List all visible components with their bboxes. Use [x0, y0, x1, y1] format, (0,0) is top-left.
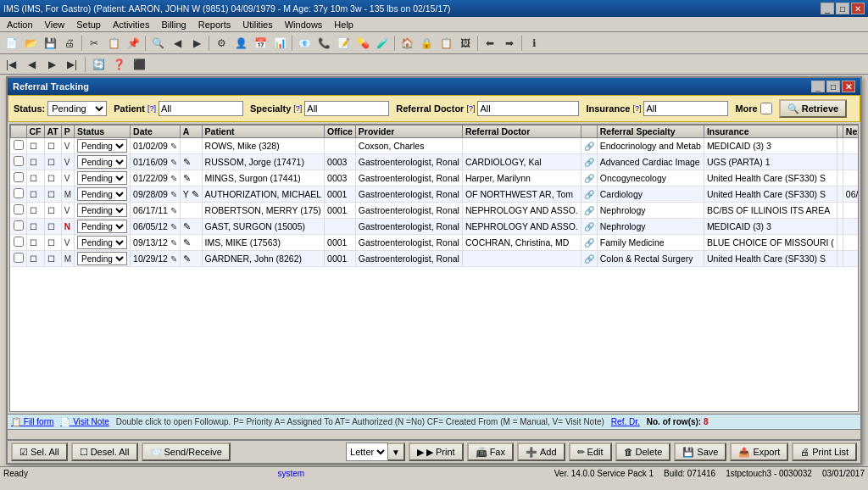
col-a[interactable]: A [180, 125, 202, 138]
cf-icon[interactable]: ☐ [30, 254, 37, 264]
tb-lock[interactable]: 🔒 [417, 34, 436, 53]
tb-note[interactable]: 📝 [334, 34, 353, 53]
print-list-button[interactable]: 🖨 Print List [792, 443, 857, 461]
menu-utilities[interactable]: Utilities [237, 19, 277, 31]
date-icon[interactable]: ✎ [170, 142, 177, 151]
nav-refresh[interactable]: 🔄 [89, 55, 108, 74]
maximize-btn[interactable]: □ [836, 3, 849, 14]
menu-reports[interactable]: Reports [193, 19, 236, 31]
at-icon[interactable]: ☐ [47, 222, 55, 231]
cell-patient[interactable]: ROBERTSON, MERRY (175) [202, 203, 324, 219]
date-icon[interactable]: ✎ [170, 254, 177, 264]
referral-doctor-input[interactable] [477, 101, 579, 116]
tb-mail[interactable]: 📧 [295, 34, 314, 53]
send-receive-button[interactable]: 📨 Send/Receive [142, 443, 231, 461]
edit-button[interactable]: ✏ Edit [569, 443, 612, 461]
cell-patient[interactable]: GARDNER, John (8262) [202, 251, 324, 267]
insurance-input[interactable] [643, 101, 728, 116]
minimize-btn[interactable]: _ [821, 3, 834, 14]
retrieve-button[interactable]: 🔍 Retrieve [779, 99, 847, 118]
nav-first[interactable]: |◀ [2, 55, 20, 74]
date-icon[interactable]: ✎ [170, 222, 177, 231]
tb-next[interactable]: ➡ [500, 34, 519, 53]
row-checkbox[interactable] [14, 220, 24, 231]
cf-icon[interactable]: ☐ [30, 142, 37, 151]
save-button[interactable]: 💾 Save [674, 443, 726, 461]
referral-doctor-help[interactable]: [?] [466, 104, 475, 113]
tb-copy[interactable]: 📋 [104, 34, 123, 53]
date-icon[interactable]: ✎ [170, 206, 177, 215]
tb-chart[interactable]: 📊 [270, 34, 289, 53]
close-btn[interactable]: ✕ [851, 3, 865, 14]
menu-help[interactable]: Help [329, 19, 359, 31]
col-patient[interactable]: Patient [202, 125, 324, 138]
row-checkbox[interactable] [14, 172, 24, 182]
sel-all-button[interactable]: ☑ Sel. All [11, 443, 68, 461]
tb-user[interactable]: 👤 [231, 34, 250, 53]
row-checkbox[interactable] [14, 140, 24, 150]
date-icon[interactable]: ✎ [170, 190, 177, 199]
col-provider[interactable]: Provider [355, 125, 462, 138]
tb-lab[interactable]: 🧪 [373, 34, 392, 53]
tb-cut[interactable]: ✂ [85, 34, 103, 53]
at-icon[interactable]: ☐ [47, 158, 55, 167]
col-status[interactable]: Status [75, 125, 131, 138]
status-row-select[interactable]: Pending [77, 236, 127, 249]
col-referral-doctor[interactable]: Referral Doctor [462, 125, 581, 138]
at-icon[interactable]: ☐ [47, 254, 55, 264]
dialog-minimize-btn[interactable]: _ [811, 81, 825, 92]
nav-help[interactable]: ❓ [109, 55, 128, 74]
fax-button[interactable]: 📠 Fax [467, 443, 514, 461]
patient-input[interactable] [159, 101, 243, 116]
cf-icon[interactable]: ☐ [30, 206, 37, 215]
tb-back[interactable]: ◀ [168, 34, 186, 53]
ref-icon[interactable]: 🔗 [584, 142, 594, 151]
col-referral-specialty[interactable]: Referral Specialty [597, 125, 704, 138]
at-icon[interactable]: ☐ [47, 142, 55, 151]
specialty-help[interactable]: [?] [293, 104, 302, 113]
col-insurance[interactable]: Insurance [704, 125, 837, 138]
cf-icon[interactable]: ☐ [30, 238, 37, 248]
desel-all-button[interactable]: ☐ Desel. All [71, 443, 138, 461]
delete-button[interactable]: 🗑 Delete [615, 443, 671, 461]
row-checkbox[interactable] [14, 156, 24, 166]
dialog-close-btn[interactable]: ✕ [842, 81, 855, 92]
status-select[interactable]: Pending [47, 101, 107, 116]
cell-patient[interactable]: GAST, SURGON (15005) [202, 219, 324, 235]
at-icon[interactable]: ☐ [47, 190, 55, 199]
cf-icon[interactable]: ☐ [30, 222, 37, 231]
letter-dropdown-btn[interactable]: ▼ [388, 443, 405, 461]
horizontal-scrollbar[interactable] [8, 429, 860, 439]
ref-icon[interactable]: 🔗 [584, 254, 594, 264]
ref-dr-link[interactable]: Ref. Dr. [611, 417, 640, 426]
ref-icon[interactable]: 🔗 [584, 238, 594, 248]
ref-icon[interactable]: 🔗 [584, 158, 594, 167]
tb-calendar[interactable]: 📅 [251, 34, 270, 53]
status-row-select[interactable]: Pending [77, 252, 127, 265]
tb-ref[interactable]: 📋 [437, 34, 455, 53]
date-icon[interactable]: ✎ [170, 238, 177, 248]
col-cf[interactable]: CF [26, 125, 44, 138]
tb-open[interactable]: 📂 [21, 34, 40, 53]
status-row-select[interactable]: Pending [77, 187, 127, 201]
at-icon[interactable]: ☐ [47, 206, 55, 215]
tb-save[interactable]: 💾 [41, 34, 59, 53]
tb-rx[interactable]: 💊 [353, 34, 372, 53]
row-checkbox[interactable] [14, 204, 24, 214]
status-row-select[interactable]: Pending [77, 139, 127, 153]
col-at[interactable]: AT [44, 125, 61, 138]
tb-home[interactable]: 🏠 [398, 34, 416, 53]
tb-prev[interactable]: ⬅ [481, 34, 499, 53]
date-icon[interactable]: ✎ [170, 174, 177, 183]
tb-new[interactable]: 📄 [2, 34, 20, 53]
menu-view[interactable]: View [40, 19, 70, 31]
print-button[interactable]: ▶ ▶ Print [409, 443, 464, 461]
ref-icon[interactable]: 🔗 [584, 174, 594, 183]
col-office[interactable]: Office [325, 125, 356, 138]
fill-form-link[interactable]: 📋 Fill form [11, 417, 53, 426]
cell-patient[interactable]: AUTHORIZATION, MICHAEL [202, 187, 324, 203]
cf-icon[interactable]: ☐ [30, 190, 37, 199]
nav-prev[interactable]: ◀ [22, 55, 41, 74]
cf-icon[interactable]: ☐ [30, 174, 37, 183]
cell-patient[interactable]: RUSSOM, Jorge (17471) [202, 154, 324, 170]
